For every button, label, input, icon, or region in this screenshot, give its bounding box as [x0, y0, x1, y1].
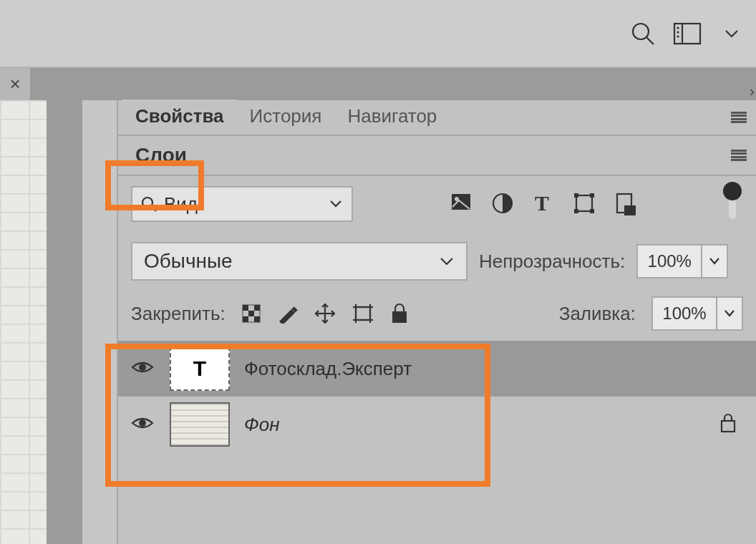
- svg-point-6: [677, 35, 679, 37]
- layers-filter-toggle[interactable]: [722, 189, 743, 219]
- svg-line-8: [151, 206, 156, 211]
- filter-adjustment-icon[interactable]: [492, 193, 513, 214]
- layers-filter-icons: T: [450, 193, 636, 215]
- visibility-toggle[interactable]: [131, 359, 155, 379]
- svg-rect-15: [590, 193, 594, 198]
- blend-mode-select[interactable]: Обычные: [131, 242, 467, 281]
- panel-collapse-icon[interactable]: ››: [750, 83, 750, 99]
- lock-label: Закрепить:: [131, 303, 226, 325]
- svg-rect-17: [590, 209, 594, 213]
- chevron-down-icon: [329, 197, 343, 211]
- document-tab-strip: ×: [0, 68, 756, 100]
- layers-tab[interactable]: Слои: [135, 144, 187, 167]
- layers-blend-row: Обычные Непрозрачность: 100%: [118, 232, 756, 291]
- layer-name[interactable]: Фон: [244, 414, 279, 436]
- svg-point-4: [677, 26, 679, 29]
- lock-icon: [719, 412, 737, 434]
- document-tab-close-button[interactable]: ×: [0, 68, 30, 100]
- svg-point-0: [633, 24, 649, 39]
- main-area: ›› Свойства История Навигатор Слои Вид: [0, 100, 756, 544]
- chevron-down-icon: [708, 255, 721, 268]
- svg-line-1: [646, 37, 654, 44]
- layers-lock-row: Закрепить:: [118, 291, 756, 336]
- lock-pixels-icon[interactable]: [277, 303, 299, 324]
- layers-filter-row: Вид T: [118, 176, 756, 232]
- canvas-column: [0, 100, 118, 544]
- opacity-value-input[interactable]: 100%: [636, 244, 702, 278]
- svg-rect-36: [722, 421, 735, 432]
- fill-value-input[interactable]: 100%: [651, 296, 717, 331]
- layer-thumbnail-bg[interactable]: [170, 402, 230, 447]
- layer-row[interactable]: T Фотосклад.Эксперт: [118, 341, 756, 397]
- svg-rect-2: [674, 24, 700, 44]
- layer-list: T Фотосклад.Эксперт Фон: [118, 341, 756, 452]
- svg-rect-19: [624, 205, 636, 215]
- svg-rect-28: [356, 307, 370, 320]
- visibility-toggle[interactable]: [131, 414, 155, 434]
- layer-thumbnail-text[interactable]: T: [170, 346, 230, 391]
- tab-history[interactable]: История: [237, 99, 335, 135]
- svg-rect-21: [243, 305, 248, 311]
- chevron-down-icon: [723, 307, 736, 320]
- layers-panel-header: Слои: [118, 136, 756, 176]
- svg-rect-16: [574, 209, 578, 213]
- lock-position-icon[interactable]: [314, 303, 336, 324]
- eye-icon: [131, 414, 154, 432]
- canvas-preview: [0, 100, 47, 544]
- blend-mode-value: Обычные: [144, 250, 233, 273]
- eye-icon: [131, 359, 154, 376]
- svg-text:T: T: [535, 193, 549, 214]
- layer-row[interactable]: Фон: [118, 397, 756, 452]
- opacity-label: Непрозрачность:: [479, 251, 625, 273]
- fill-label: Заливка:: [559, 303, 636, 325]
- chevron-down-icon: [439, 253, 455, 269]
- lock-transparency-icon[interactable]: [241, 303, 261, 324]
- svg-rect-23: [248, 311, 254, 316]
- canvas-gap: [47, 100, 82, 544]
- svg-rect-22: [254, 305, 260, 311]
- panel-group-tabs: Свойства История Навигатор: [118, 100, 756, 136]
- svg-rect-33: [392, 311, 407, 323]
- svg-point-5: [677, 31, 679, 33]
- filter-smartobject-icon[interactable]: [615, 193, 636, 215]
- panel-group-menu-icon[interactable]: [729, 107, 749, 127]
- filter-pixel-icon[interactable]: [450, 193, 472, 213]
- panel-divider[interactable]: [82, 100, 118, 544]
- app-topbar: [0, 0, 756, 68]
- svg-rect-24: [243, 316, 248, 322]
- svg-point-35: [139, 419, 146, 427]
- svg-rect-13: [576, 195, 592, 211]
- layers-panel-menu-icon[interactable]: [729, 145, 749, 165]
- panel-toggle-icon[interactable]: [672, 18, 703, 49]
- lock-all-icon[interactable]: [390, 303, 409, 324]
- svg-rect-25: [254, 316, 260, 322]
- tab-properties[interactable]: Свойства: [122, 99, 237, 135]
- fill-stepper[interactable]: [717, 296, 743, 331]
- lock-artboard-icon[interactable]: [352, 303, 374, 324]
- search-icon[interactable]: [627, 18, 659, 49]
- panels-column: ›› Свойства История Навигатор Слои Вид: [118, 100, 756, 544]
- svg-point-34: [139, 364, 146, 371]
- layers-filter-label: Вид: [164, 193, 198, 215]
- filter-type-icon[interactable]: T: [533, 193, 553, 214]
- svg-rect-14: [574, 193, 578, 198]
- layers-filter-select[interactable]: Вид: [131, 186, 353, 222]
- svg-point-7: [142, 198, 152, 208]
- close-icon: ×: [9, 73, 20, 95]
- filter-shape-icon[interactable]: [573, 193, 595, 214]
- tab-navigator[interactable]: Навигатор: [334, 99, 450, 135]
- opacity-stepper[interactable]: [702, 244, 728, 278]
- layer-lock-indicator[interactable]: [719, 412, 743, 437]
- topbar-menu-chevron-icon[interactable]: [716, 18, 747, 49]
- layer-name[interactable]: Фотосклад.Эксперт: [244, 358, 412, 380]
- search-icon: [141, 196, 157, 212]
